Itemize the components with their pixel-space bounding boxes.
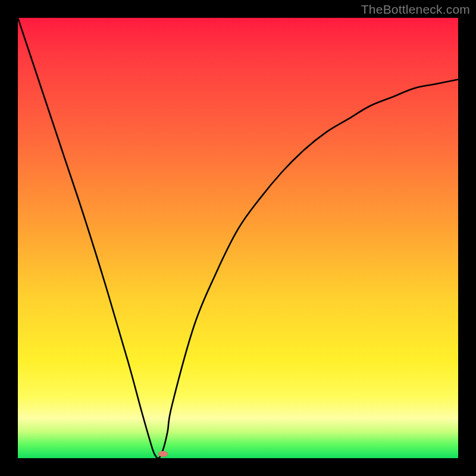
plot-area bbox=[18, 18, 458, 458]
bottleneck-curve-path bbox=[18, 18, 458, 458]
optimum-marker bbox=[158, 451, 168, 457]
chart-frame: TheBottleneck.com bbox=[0, 0, 476, 476]
watermark-text: TheBottleneck.com bbox=[361, 2, 470, 17]
curve-layer bbox=[18, 18, 458, 458]
